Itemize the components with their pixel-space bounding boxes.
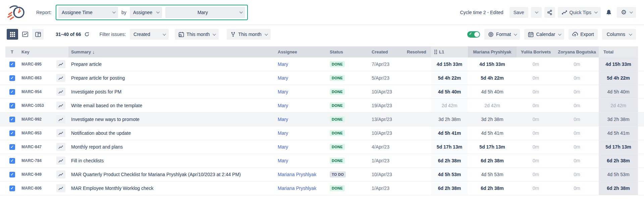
time-value: 0m <box>517 181 555 195</box>
resolved-date <box>404 99 431 112</box>
save-options-button[interactable] <box>531 7 542 18</box>
issues-filter-select[interactable]: Created <box>130 29 169 40</box>
report-label: Report: <box>36 10 52 15</box>
report-type-select[interactable]: Assignee Time <box>58 7 118 18</box>
issue-summary: MAR Employee Monthly Worklog check <box>68 181 275 195</box>
gear-icon: ⚙ <box>621 9 627 15</box>
issue-chart-button[interactable] <box>56 143 65 151</box>
column-header-resolved[interactable]: Resolved <box>404 46 431 57</box>
chart-view-button[interactable] <box>19 29 31 40</box>
assignee-link[interactable]: Mary <box>278 62 288 67</box>
live-preview-toggle[interactable]: ✓ <box>467 31 480 38</box>
column-header-l1[interactable]: L1 <box>431 46 468 57</box>
issue-chart-button[interactable] <box>56 170 65 178</box>
issue-chart-button[interactable] <box>56 74 65 82</box>
issue-chart-button[interactable] <box>56 184 65 192</box>
issue-chart-button[interactable] <box>56 129 65 137</box>
assignee-link[interactable]: Mary <box>278 75 288 81</box>
assignee-link[interactable]: Mary <box>278 89 288 94</box>
chevron-down-icon <box>514 32 517 36</box>
grid-view-button[interactable] <box>7 29 18 40</box>
resolved-date <box>404 126 431 140</box>
column-header-status[interactable]: Status <box>327 46 369 57</box>
row-checkbox[interactable]: ✓ <box>9 172 15 177</box>
format-button[interactable]: Format <box>484 29 520 40</box>
column-header-yuliia[interactable]: Yuliia Borivets <box>517 46 555 57</box>
drag-handle-icon <box>434 50 437 54</box>
issue-chart-icon <box>58 131 64 135</box>
row-checkbox[interactable]: ✓ <box>9 103 15 109</box>
time-value: 0m <box>555 71 599 85</box>
time-value: 4d 5h 40m <box>431 85 468 98</box>
app-window: Report: Assignee Time by Assignee Mary C… <box>0 0 644 202</box>
column-header-total[interactable]: Total <box>599 46 638 57</box>
report-name: Cycle time 2 - Edited <box>460 10 503 15</box>
quick-tips-button[interactable]: Quick Tips <box>558 7 601 18</box>
chevron-down-icon <box>629 32 632 36</box>
board-view-button[interactable] <box>32 29 44 40</box>
issue-chart-button[interactable] <box>56 157 65 165</box>
issue-summary: Write email based on the template <box>68 99 275 112</box>
row-checkbox[interactable]: ✓ <box>9 130 15 136</box>
row-checkbox[interactable]: ✓ <box>9 158 15 164</box>
save-button[interactable]: Save <box>509 7 528 18</box>
issue-chart-button[interactable] <box>56 115 65 123</box>
column-header-created[interactable]: Created <box>369 46 404 57</box>
chevron-down-icon <box>630 10 633 13</box>
created-date: 7/Apr/23 <box>369 57 404 71</box>
issue-chart-button[interactable] <box>56 88 65 96</box>
worklog-range-select[interactable]: This month <box>227 29 270 40</box>
calendar-icon <box>528 32 534 37</box>
columns-button[interactable]: Columns <box>602 29 636 40</box>
created-range-select[interactable]: This month <box>175 29 219 40</box>
row-checkbox[interactable]: ✓ <box>9 62 15 67</box>
export-button[interactable]: Export <box>569 29 597 40</box>
row-checkbox[interactable]: ✓ <box>9 117 15 122</box>
view-switcher <box>7 29 44 40</box>
group-by-select[interactable]: Assignee <box>130 7 162 18</box>
assignee-link[interactable]: Mary <box>278 144 288 150</box>
time-value: 4d 5h 41m <box>599 126 638 140</box>
assignee-link[interactable]: Mariana Pryshlyak <box>278 172 316 177</box>
status-badge: DONE <box>330 89 345 95</box>
time-value: 0m <box>555 113 599 126</box>
issue-key: MARC-953 <box>19 126 54 140</box>
refresh-icon[interactable] <box>84 32 90 37</box>
status-badge: DONE <box>330 116 345 122</box>
status-badge: DONE <box>330 185 345 191</box>
assignee-link[interactable]: Mariana Pryshlyak <box>278 186 316 191</box>
issue-chart-button[interactable] <box>56 60 65 68</box>
issue-chart-button[interactable] <box>56 102 65 110</box>
issue-key: MARC-992 <box>19 113 54 126</box>
notifications-button[interactable] <box>603 7 614 18</box>
time-value: 0m <box>517 140 555 154</box>
share-button[interactable] <box>544 7 555 18</box>
row-checkbox[interactable]: ✓ <box>9 75 15 81</box>
settings-button[interactable]: ⚙ <box>617 7 636 18</box>
calendar-button[interactable]: Calendar <box>524 29 564 40</box>
issue-key: MARC-954 <box>19 85 54 98</box>
chevron-down-icon <box>156 10 160 13</box>
resolved-date <box>404 85 431 98</box>
time-value: 4d 5h 53m <box>431 168 468 181</box>
row-checkbox[interactable]: ✓ <box>9 186 15 191</box>
column-header-type[interactable]: T <box>5 46 19 57</box>
time-value: 4d 5h 41m <box>431 126 468 140</box>
assignee-filter-select[interactable]: Mary <box>165 7 245 18</box>
column-header-zoryana[interactable]: Zoryana Bogutska <box>555 46 599 57</box>
assignee-link[interactable]: Mary <box>278 130 288 136</box>
chevron-down-icon <box>265 32 268 36</box>
column-header-key[interactable]: Key <box>19 46 68 57</box>
assignee-link[interactable]: Mary <box>278 103 288 108</box>
assignee-link[interactable]: Mary <box>278 117 288 122</box>
column-header-mariana[interactable]: Mariana Pryshlyak <box>468 46 517 57</box>
row-checkbox[interactable]: ✓ <box>9 144 15 150</box>
created-date: 1/Apr/23 <box>369 154 404 167</box>
row-checkbox[interactable]: ✓ <box>9 89 15 95</box>
assignee-link[interactable]: Mary <box>278 158 288 163</box>
column-header-assignee[interactable]: Assignee <box>275 46 327 57</box>
time-value: 0m <box>555 154 599 167</box>
time-value: 0m <box>517 126 555 140</box>
status-badge: DONE <box>330 158 345 164</box>
column-header-summary[interactable]: Summary ↓ <box>68 46 275 57</box>
